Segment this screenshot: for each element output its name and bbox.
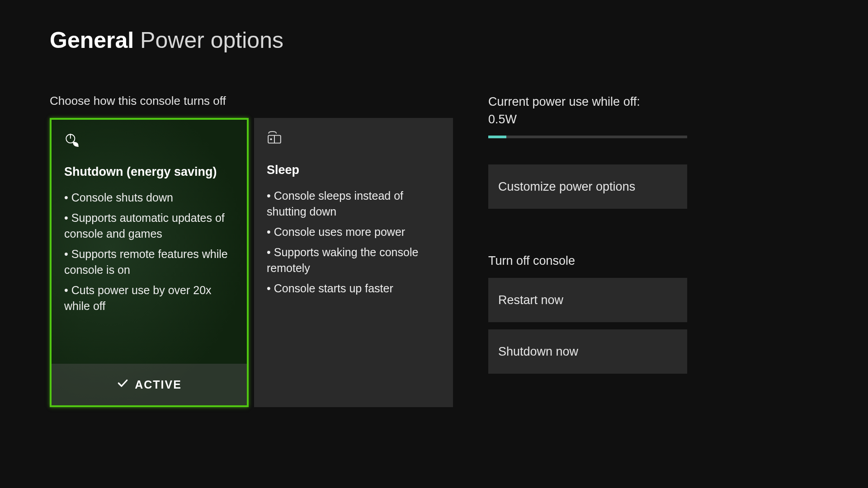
power-meter-fill [488,136,506,138]
power-mode-sleep-card[interactable]: Sleep • Console sleeps instead of shutti… [254,118,453,407]
power-leaf-icon [64,132,80,148]
card-body: Shutdown (energy saving) • Console shuts… [52,120,247,364]
sleep-console-icon [267,131,282,146]
svg-point-3 [270,138,272,140]
check-icon [117,377,128,392]
card-bullets: • Console sleeps instead of shutting dow… [267,188,440,296]
settings-page: General Power options Choose how this co… [0,0,868,407]
page-title: General Power options [50,27,818,53]
breadcrumb-category: General [50,28,134,53]
power-mode-column: Choose how this console turns off Shutdo… [50,94,457,407]
bullet-item: • Cuts power use by over 20x while off [64,282,234,314]
power-status-value: 0.5W [488,112,687,127]
card-title: Sleep [267,163,440,177]
turn-off-heading: Turn off console [488,254,687,268]
bullet-item: • Console sleeps instead of shutting dow… [267,188,440,220]
bullet-item: • Supports remote features while console… [64,246,234,278]
power-mode-shutdown-card[interactable]: Shutdown (energy saving) • Console shuts… [50,118,249,407]
customize-power-options-button[interactable]: Customize power options [488,164,687,209]
power-mode-cards: Shutdown (energy saving) • Console shuts… [50,118,457,407]
bullet-item: • Console shuts down [64,190,234,206]
section-label: Choose how this console turns off [50,94,457,108]
active-label: ACTIVE [135,378,182,391]
power-meter [488,136,687,138]
content-columns: Choose how this console turns off Shutdo… [50,94,818,407]
card-title: Shutdown (energy saving) [64,165,234,179]
breadcrumb-page: Power options [134,28,283,53]
card-body: Sleep • Console sleeps instead of shutti… [254,118,453,407]
bullet-item: • Supports waking the console remotely [267,244,440,276]
card-bullets: • Console shuts down • Supports automati… [64,190,234,314]
bullet-item: • Console starts up faster [267,281,440,296]
bullet-item: • Console uses more power [267,224,440,240]
power-status-label: Current power use while off: [488,94,687,110]
shutdown-now-button[interactable]: Shutdown now [488,329,687,374]
bullet-item: • Supports automatic updates of console … [64,210,234,242]
side-panel: Current power use while off: 0.5W Custom… [488,94,687,407]
active-badge: ACTIVE [52,364,247,405]
restart-now-button[interactable]: Restart now [488,278,687,322]
